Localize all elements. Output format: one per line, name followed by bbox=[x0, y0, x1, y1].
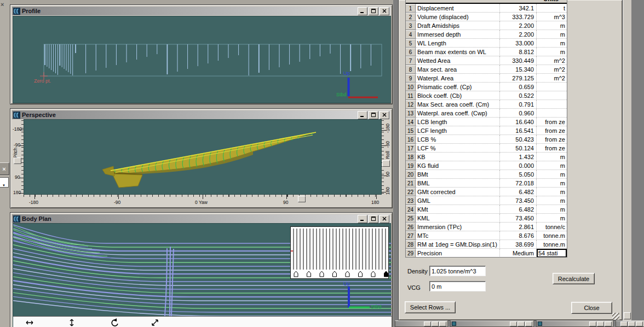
unit-cell[interactable] bbox=[537, 91, 567, 100]
table-row[interactable]: 14LCB length16.640from ze bbox=[406, 118, 567, 126]
row-number-cell[interactable]: 21 bbox=[406, 179, 416, 188]
panel-dropdown-button[interactable]: ▼ bbox=[0, 177, 9, 188]
row-number-cell[interactable]: 18 bbox=[406, 153, 416, 161]
maximize-button[interactable] bbox=[628, 322, 635, 326]
value-cell[interactable]: 0.659 bbox=[500, 83, 537, 91]
table-row[interactable]: 2Volume (displaced)333.729m^3 bbox=[406, 13, 567, 21]
measurement-name-cell[interactable]: LCF % bbox=[416, 144, 500, 153]
unit-cell[interactable]: tonne.m bbox=[537, 231, 567, 240]
value-cell[interactable]: 2.200 bbox=[500, 30, 537, 39]
roll-slider-thumb[interactable] bbox=[382, 160, 390, 167]
value-cell[interactable]: 8.812 bbox=[500, 48, 537, 56]
select-rows-button[interactable]: Select Rows ... bbox=[405, 301, 456, 313]
profile-titlebar[interactable]: Profile bbox=[12, 7, 390, 15]
unit-cell[interactable]: m bbox=[537, 196, 567, 205]
table-row[interactable]: 13Waterpl. area coeff. (Cwp)0.960 bbox=[406, 109, 567, 118]
close-button[interactable] bbox=[380, 215, 389, 223]
unit-cell[interactable]: m bbox=[537, 214, 567, 223]
unit-cell[interactable]: from ze bbox=[537, 135, 567, 144]
zoom-diagonal-icon[interactable] bbox=[151, 318, 159, 327]
resize-grip[interactable] bbox=[612, 313, 619, 320]
yaw-slider-thumb[interactable] bbox=[298, 196, 306, 202]
value-cell[interactable]: 342.1 bbox=[500, 4, 537, 13]
unit-cell[interactable]: m bbox=[537, 48, 567, 56]
row-number-cell[interactable]: 19 bbox=[406, 161, 416, 170]
row-number-cell[interactable]: 15 bbox=[406, 126, 416, 135]
measurement-name-cell[interactable]: KG fluid bbox=[416, 161, 500, 170]
measurement-name-cell[interactable]: KML bbox=[416, 214, 500, 223]
maximize-button[interactable] bbox=[518, 322, 525, 326]
row-number-cell[interactable]: 8 bbox=[406, 65, 416, 74]
unit-cell[interactable]: from ze bbox=[537, 144, 567, 153]
measurement-name-cell[interactable]: Block coeff. (Cb) bbox=[416, 91, 500, 100]
unit-cell[interactable] bbox=[537, 109, 567, 118]
row-number-cell[interactable]: 17 bbox=[406, 144, 416, 153]
yaw-ruler[interactable]: -180 -90 0 Yaw 90 180 bbox=[13, 195, 391, 207]
measurement-name-cell[interactable]: Volume (displaced) bbox=[416, 13, 500, 21]
measurement-name-cell[interactable]: Max Sect. area coeff. (Cm) bbox=[416, 100, 500, 109]
body-plan-titlebar[interactable]: Body Plan bbox=[12, 214, 390, 223]
unit-cell[interactable]: from ze bbox=[537, 126, 567, 135]
table-row[interactable]: 1Displacement342.1t bbox=[406, 4, 567, 13]
table-row[interactable]: 4Immersed depth2.200m bbox=[406, 30, 567, 39]
row-number-cell[interactable]: 4 bbox=[406, 30, 416, 39]
table-row[interactable]: 19KG fluid0.000m bbox=[406, 161, 567, 170]
measurement-name-cell[interactable]: KMt bbox=[416, 205, 500, 214]
row-number-cell[interactable]: 1 bbox=[406, 4, 416, 13]
maximize-button[interactable] bbox=[369, 7, 378, 15]
roll-ruler[interactable]: -180 -90 Roll 90 180 bbox=[382, 119, 391, 195]
table-row[interactable]: 5WL Length33.000m bbox=[406, 39, 567, 48]
row-number-cell[interactable]: 11 bbox=[406, 91, 416, 100]
pitch-ruler[interactable]: -180 -90 Pitch 90 180 bbox=[13, 119, 24, 195]
unit-cell[interactable]: from ze bbox=[537, 118, 567, 126]
measurement-name-cell[interactable]: Displacement bbox=[416, 4, 500, 13]
unit-cell[interactable]: t bbox=[537, 4, 567, 13]
row-number-cell[interactable]: 12 bbox=[406, 100, 416, 109]
table-row[interactable]: 15LCF length16.541from ze bbox=[406, 126, 567, 135]
table-row[interactable]: 25KML73.450m bbox=[406, 214, 567, 223]
minimize-button[interactable] bbox=[358, 7, 367, 15]
table-row[interactable]: 29PrecisionMedium54 stati bbox=[406, 249, 567, 258]
measurement-name-cell[interactable]: Immersed depth bbox=[416, 30, 500, 39]
measurement-name-cell[interactable]: GMt corrected bbox=[416, 188, 500, 196]
measurement-name-cell[interactable]: Waterpl. Area bbox=[416, 74, 500, 83]
value-cell[interactable]: 8.676 bbox=[500, 231, 537, 240]
row-number-cell[interactable]: 20 bbox=[406, 170, 416, 179]
measurement-name-cell[interactable]: Immersion (TPc) bbox=[416, 223, 500, 231]
maximize-button[interactable] bbox=[597, 322, 604, 326]
measurement-name-cell[interactable]: RM at 1deg = GMt.Disp.sin(1) bbox=[416, 240, 500, 249]
minimize-button[interactable] bbox=[358, 111, 367, 119]
measurement-name-cell[interactable]: Draft Amidships bbox=[416, 21, 500, 30]
row-number-cell[interactable]: 22 bbox=[406, 188, 416, 196]
table-row[interactable]: 7Wetted Area330.449m^2 bbox=[406, 56, 567, 65]
row-number-cell[interactable]: 25 bbox=[406, 214, 416, 223]
minimize-button[interactable] bbox=[510, 322, 517, 326]
close-button[interactable] bbox=[380, 7, 389, 15]
table-row[interactable]: 27MTc8.676tonne.m bbox=[406, 231, 567, 240]
value-cell[interactable]: Medium bbox=[500, 249, 537, 258]
unit-cell[interactable]: m^2 bbox=[537, 65, 567, 74]
close-button[interactable] bbox=[439, 322, 446, 326]
value-cell[interactable]: 0.791 bbox=[500, 100, 537, 109]
unit-cell[interactable] bbox=[537, 83, 567, 91]
row-number-cell[interactable]: 6 bbox=[406, 48, 416, 56]
row-number-cell[interactable]: 23 bbox=[406, 196, 416, 205]
measurement-name-cell[interactable]: Beam max extents on WL bbox=[416, 48, 500, 56]
value-cell[interactable]: 2.861 bbox=[500, 223, 537, 231]
table-row[interactable]: 23GML73.450m bbox=[406, 196, 567, 205]
measurement-name-cell[interactable]: BMt bbox=[416, 170, 500, 179]
row-number-cell[interactable]: 24 bbox=[406, 205, 416, 214]
unit-cell[interactable]: m bbox=[537, 30, 567, 39]
measurement-name-cell[interactable]: Wetted Area bbox=[416, 56, 500, 65]
table-row[interactable]: 16LCB %50.423from ze bbox=[406, 135, 567, 144]
pan-vertical-icon[interactable] bbox=[68, 318, 76, 327]
recalculate-button[interactable]: Recalculate bbox=[553, 273, 595, 284]
table-row[interactable]: 24KMt6.482m bbox=[406, 205, 567, 214]
table-row[interactable]: 20BMt5.050m bbox=[406, 170, 567, 179]
table-row[interactable]: 26Immersion (TPc)2.861tonne/c bbox=[406, 223, 567, 231]
row-number-cell[interactable]: 2 bbox=[406, 13, 416, 21]
measurement-name-cell[interactable]: LCB % bbox=[416, 135, 500, 144]
unit-cell[interactable]: m bbox=[537, 39, 567, 48]
table-row[interactable]: 11Block coeff. (Cb)0.522 bbox=[406, 91, 567, 100]
value-cell[interactable]: 6.482 bbox=[500, 188, 537, 196]
